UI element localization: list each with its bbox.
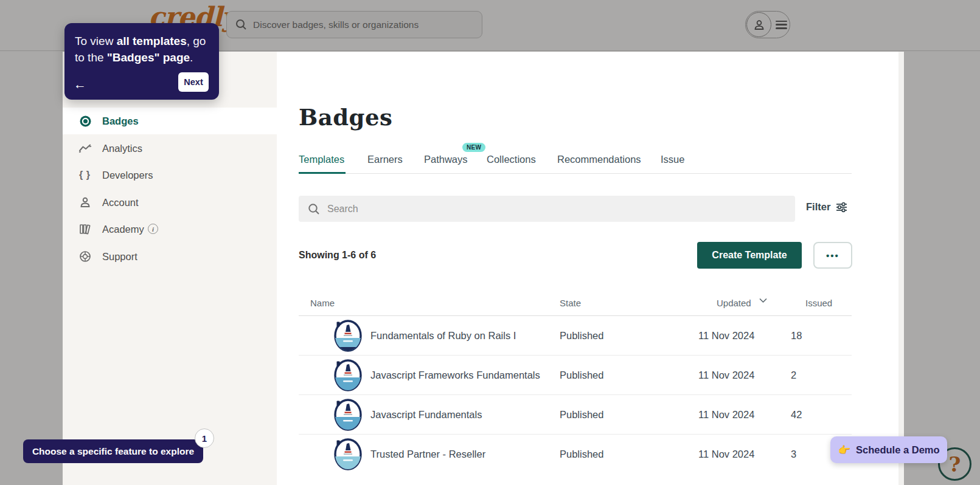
tour-tooltip-text: To view all templates, go to the "Badges… xyxy=(64,23,219,66)
sidebar-item-label: Account xyxy=(102,197,139,208)
back-arrow-icon[interactable]: ← xyxy=(74,78,86,91)
sidebar-item-label: Academy xyxy=(102,224,144,235)
next-button[interactable]: Next xyxy=(178,72,209,92)
badge-issued-count: 2 xyxy=(791,370,796,381)
badge-state: Published xyxy=(560,409,603,421)
schedule-demo-button[interactable]: 👉 Schedule a Demo xyxy=(830,436,947,463)
code-braces-icon: { } xyxy=(78,168,92,182)
column-header-issued[interactable]: Issued xyxy=(805,298,832,308)
table-row[interactable]: Fundamentals of Ruby on Rails I Publishe… xyxy=(299,316,852,356)
tab-templates[interactable]: Templates xyxy=(299,154,344,165)
sidebar-item-label: Badges xyxy=(102,115,139,127)
badge-name[interactable]: Javascript Frameworks Fundamentals xyxy=(370,370,540,381)
sidebar: Badges Analytics { } Developers Account … xyxy=(63,52,277,485)
sidebar-item-academy[interactable]: Academy i xyxy=(63,216,277,243)
sidebar-item-account[interactable]: Account xyxy=(63,189,277,216)
badge-updated: 11 Nov 2024 xyxy=(698,330,754,342)
badge-issued-count: 18 xyxy=(791,330,802,342)
books-icon xyxy=(78,222,92,236)
tour-step-counter: 1 xyxy=(195,428,214,448)
badge-thumbnail xyxy=(333,319,363,353)
column-header-updated[interactable]: Updated xyxy=(717,298,751,308)
badge-name[interactable]: Fundamentals of Ruby on Rails I xyxy=(370,330,516,342)
main-content: Badges Templates Earners Pathways NEW Co… xyxy=(277,52,898,485)
create-template-button[interactable]: Create Template xyxy=(697,242,802,269)
tab-bar: Templates Earners Pathways NEW Collectio… xyxy=(299,149,852,174)
badge-thumbnail xyxy=(333,398,363,432)
table-row[interactable]: Javascript Frameworks Fundamentals Publi… xyxy=(299,356,852,395)
page-title: Badges xyxy=(299,104,392,131)
column-header-state[interactable]: State xyxy=(560,298,581,308)
person-icon xyxy=(78,196,92,209)
column-header-name[interactable]: Name xyxy=(310,298,335,308)
template-search-input[interactable] xyxy=(327,204,753,215)
line-chart-icon xyxy=(78,142,92,155)
badge-state: Published xyxy=(560,370,603,381)
sidebar-item-support[interactable]: Support xyxy=(63,243,277,270)
badge-updated: 11 Nov 2024 xyxy=(698,449,754,460)
more-actions-button[interactable]: ••• xyxy=(813,242,852,269)
new-badge: NEW xyxy=(462,143,485,152)
table-row[interactable]: Trusted Partner - Reseller Published 11 … xyxy=(299,435,852,474)
sidebar-item-label: Developers xyxy=(102,170,153,181)
sidebar-item-analytics[interactable]: Analytics xyxy=(63,135,277,162)
filter-button[interactable]: Filter xyxy=(806,201,847,213)
tab-earners[interactable]: Earners xyxy=(367,154,403,165)
badge-updated: 11 Nov 2024 xyxy=(698,409,754,421)
badge-thumbnail xyxy=(333,438,363,471)
tab-pathways[interactable]: Pathways xyxy=(424,154,468,165)
dim-overlay-right xyxy=(904,52,980,485)
table-header: Name State Updated Issued xyxy=(299,292,852,316)
tab-issue[interactable]: Issue xyxy=(661,154,684,165)
sidebar-item-label: Analytics xyxy=(102,143,142,154)
badge-issued-count: 42 xyxy=(791,409,802,421)
badge-updated: 11 Nov 2024 xyxy=(698,370,754,381)
schedule-demo-label: Schedule a Demo xyxy=(856,444,940,456)
badge-thumbnail xyxy=(333,359,363,392)
tour-step-pill[interactable]: Choose a specific feature to explore xyxy=(23,439,203,463)
active-tab-underline xyxy=(299,172,346,174)
app-window: credly Badges Analytics xyxy=(0,0,980,485)
badge-name[interactable]: Trusted Partner - Reseller xyxy=(370,449,485,460)
badge-name[interactable]: Javascript Fundamentals xyxy=(370,409,482,421)
sliders-icon xyxy=(836,202,847,213)
scrollbar[interactable] xyxy=(898,52,904,485)
sidebar-item-label: Support xyxy=(102,251,137,263)
sidebar-item-developers[interactable]: { } Developers xyxy=(63,162,277,188)
badge-issued-count: 3 xyxy=(791,449,796,460)
target-icon xyxy=(78,114,92,128)
table-row[interactable]: Javascript Fundamentals Published 11 Nov… xyxy=(299,395,852,435)
lifebuoy-icon xyxy=(78,250,92,263)
pointing-finger-icon: 👉 xyxy=(838,444,850,456)
tab-recommendations[interactable]: Recommendations xyxy=(557,154,641,165)
search-icon xyxy=(308,203,320,215)
results-count: Showing 1-6 of 6 xyxy=(299,250,376,261)
sidebar-item-badges[interactable]: Badges xyxy=(63,108,277,134)
tab-collections[interactable]: Collections xyxy=(487,154,536,165)
info-icon[interactable]: i xyxy=(148,224,158,234)
tour-tooltip: To view all templates, go to the "Badges… xyxy=(64,23,219,100)
chevron-down-icon[interactable] xyxy=(759,298,767,303)
template-search[interactable] xyxy=(299,196,795,222)
badge-state: Published xyxy=(560,449,603,460)
dim-overlay-left xyxy=(0,52,63,485)
filter-label: Filter xyxy=(806,201,830,213)
badge-state: Published xyxy=(560,330,603,342)
